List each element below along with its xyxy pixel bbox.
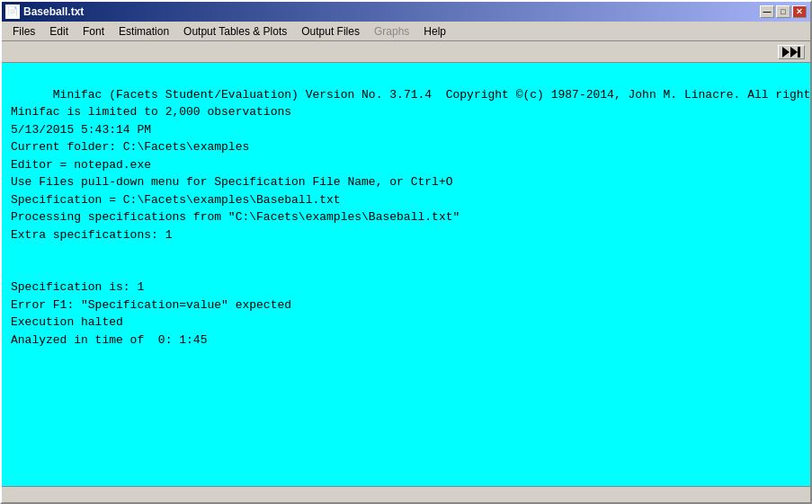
console-line-6: Use Files pull-down menu for Specificati… [11,175,452,189]
menu-files[interactable]: Files [5,23,42,40]
title-bar: 📄 Baseball.txt — □ ✕ [2,2,810,22]
console-line-1: Minifac (Facets Student/Evaluation) Vers… [53,88,810,102]
maximize-button[interactable]: □ [776,5,790,18]
menu-edit[interactable]: Edit [42,23,76,40]
svg-marker-0 [782,47,790,57]
menu-estimation[interactable]: Estimation [112,23,176,40]
svg-rect-2 [798,47,800,57]
status-bar [2,486,810,502]
menu-output-tables-plots[interactable]: Output Tables & Plots [176,23,294,40]
run-button[interactable] [778,45,805,59]
minimize-button[interactable]: — [760,5,774,18]
console-line-10: Specification is: 1 [11,280,144,294]
title-bar-left: 📄 Baseball.txt [5,4,84,19]
menu-output-files[interactable]: Output Files [294,23,367,40]
menu-graphs: Graphs [367,23,416,40]
console-line-8: Processing specifications from "C:\Facet… [11,210,460,224]
menu-font[interactable]: Font [76,23,112,40]
console-line-11: Error F1: "Specification=value" expected [11,298,291,312]
console-line-12: Execution halted [11,315,123,329]
console-line-3: 5/13/2015 5:43:14 PM [11,123,151,137]
svg-marker-1 [790,47,798,57]
title-buttons: — □ ✕ [760,5,807,18]
console-line-4: Current folder: C:\Facets\examples [11,140,249,154]
console-line-5: Editor = notepad.exe [11,158,151,172]
menu-help[interactable]: Help [416,23,453,40]
console-line-13: Analyzed in time of 0: 1:45 [11,333,207,347]
close-button[interactable]: ✕ [792,5,807,18]
toolbar [2,41,810,63]
window-icon: 📄 [5,4,20,19]
window-title: Baseball.txt [23,5,84,18]
menu-bar: Files Edit Font Estimation Output Tables… [2,22,810,41]
content-area: Minifac (Facets Student/Evaluation) Vers… [2,63,810,486]
main-window: 📄 Baseball.txt — □ ✕ Files Edit Font Est… [0,0,812,504]
console-line-blank [11,263,18,277]
console-line-7: Specification = C:\Facets\examples\Baseb… [11,193,341,207]
run-icon [782,47,800,57]
console-output: Minifac (Facets Student/Evaluation) Vers… [11,68,801,367]
console-line-2: Minifac is limited to 2,000 observations [11,105,291,119]
console-line-9: Extra specifications: 1 [11,228,172,242]
